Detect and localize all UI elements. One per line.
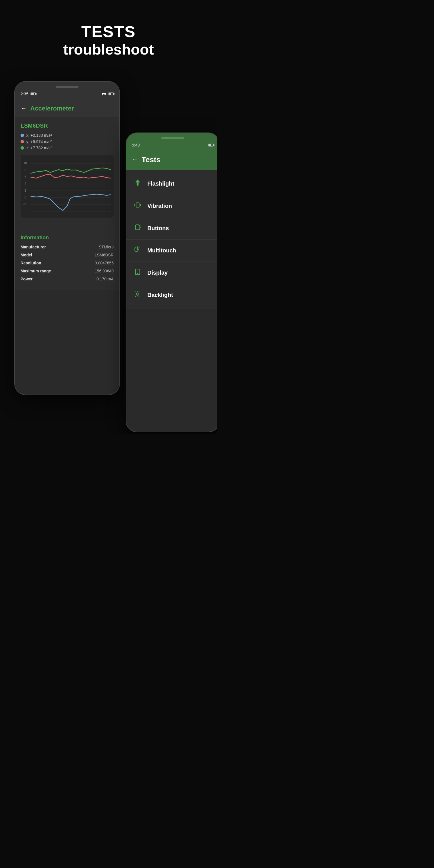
- info-row-value: STMicro: [99, 245, 114, 249]
- multitouch-icon: [133, 246, 142, 255]
- hero-section: TESTS troubleshoot: [0, 0, 217, 70]
- info-rows: Manufacturer STMicro Model LSM6DSR Resol…: [21, 245, 114, 281]
- y-value: y: +5.974 m/s²: [26, 140, 52, 144]
- test-label-vibration: Vibration: [147, 203, 172, 209]
- test-label-multitouch: Multitouch: [147, 247, 176, 254]
- info-row-value: LSM6DSR: [95, 253, 114, 257]
- time-right: 9:49: [132, 143, 140, 147]
- info-row-label: Maximum range: [21, 269, 51, 273]
- test-label-display: Display: [147, 270, 167, 276]
- flashlight-icon: [133, 179, 142, 188]
- svg-rect-18: [136, 203, 140, 207]
- battery-icon-right: [209, 144, 214, 147]
- test-item-display[interactable]: Display: [126, 262, 217, 284]
- svg-text:8: 8: [25, 168, 26, 172]
- hero-subtitle: troubleshoot: [0, 40, 217, 58]
- phone-left: 2:35 ▾▾ ← Accelerometer LSM6DSR x: +0.13…: [14, 81, 120, 395]
- test-label-buttons: Buttons: [147, 225, 169, 231]
- legend-z: z: +7.782 m/s²: [21, 146, 114, 150]
- tests-list: Flashlight Vibration Buttons Multitouch …: [126, 170, 217, 309]
- info-row: Maximum range 156.90640: [21, 269, 114, 273]
- svg-text:2: 2: [25, 189, 26, 192]
- backlight-icon: [133, 290, 142, 300]
- legend-x: x: +0.133 m/s²: [21, 133, 114, 137]
- sensor-legend: x: +0.133 m/s² y: +5.974 m/s² z: +7.782 …: [21, 133, 114, 150]
- display-icon: [133, 268, 142, 278]
- info-row-value: 0.0047856: [95, 261, 114, 265]
- tests-title: Tests: [142, 155, 160, 164]
- info-row-value: 0.170 mA: [96, 277, 114, 281]
- accel-title: Accelerometer: [30, 105, 74, 112]
- test-item-vibration[interactable]: Vibration: [126, 195, 217, 217]
- svg-rect-17: [137, 186, 138, 186]
- status-bar-left: 2:35 ▾▾: [15, 88, 119, 100]
- test-item-buttons[interactable]: Buttons: [126, 217, 217, 240]
- test-item-backlight[interactable]: Backlight: [126, 284, 217, 306]
- svg-rect-23: [135, 225, 140, 229]
- dot-z: [21, 146, 24, 150]
- phone-notch-left: [56, 86, 79, 88]
- test-label-backlight: Backlight: [147, 292, 173, 299]
- test-item-multitouch[interactable]: Multitouch: [126, 240, 217, 262]
- x-value: x: +0.133 m/s²: [26, 133, 52, 137]
- info-row-label: Model: [21, 253, 32, 257]
- svg-rect-16: [137, 182, 139, 186]
- status-bar-right: 9:49: [126, 140, 217, 151]
- info-row: Power 0.170 mA: [21, 277, 114, 281]
- test-label-flashlight: Flashlight: [147, 181, 174, 187]
- dot-y: [21, 140, 24, 143]
- info-row: Manufacturer STMicro: [21, 245, 114, 249]
- svg-point-28: [136, 293, 139, 296]
- svg-text:4: 4: [25, 182, 26, 185]
- phone-notch-right: [161, 137, 184, 140]
- svg-text:6: 6: [25, 175, 26, 179]
- info-row-label: Power: [21, 277, 33, 281]
- header-left: ← Accelerometer: [15, 100, 119, 117]
- info-row: Resolution 0.0047856: [21, 261, 114, 265]
- svg-text:-2: -2: [23, 203, 26, 206]
- battery-icon-left: [31, 93, 36, 95]
- info-row-value: 156.90640: [95, 269, 114, 273]
- info-title: Information: [21, 235, 114, 241]
- info-row-label: Resolution: [21, 261, 41, 265]
- accel-chart: 10 8 6 4 2 0 -2: [21, 155, 114, 218]
- svg-rect-15: [137, 180, 139, 181]
- chart-svg: 10 8 6 4 2 0 -2: [23, 158, 111, 215]
- phone-right: 9:49 ← Tests Flashlight Vibration Button…: [126, 132, 217, 432]
- hero-title: TESTS: [0, 23, 217, 40]
- header-right: ← Tests: [126, 151, 217, 170]
- info-row-label: Manufacturer: [21, 245, 46, 249]
- accel-content: LSM6DSR x: +0.133 m/s² y: +5.974 m/s² z:…: [15, 117, 119, 229]
- wifi-icon-left: ▾▾: [102, 91, 106, 97]
- info-section: Information Manufacturer STMicro Model L…: [15, 229, 119, 290]
- svg-point-27: [137, 273, 138, 274]
- buttons-icon: [133, 223, 142, 233]
- phones-area: 2:35 ▾▾ ← Accelerometer LSM6DSR x: +0.13…: [0, 75, 217, 418]
- dot-x: [21, 134, 24, 137]
- info-row: Model LSM6DSR: [21, 253, 114, 257]
- battery-icon-left2: [108, 93, 114, 95]
- time-left: 2:35: [21, 92, 28, 96]
- vibration-icon: [133, 201, 142, 211]
- sensor-name: LSM6DSR: [21, 123, 114, 129]
- svg-text:10: 10: [23, 161, 27, 165]
- legend-y: y: +5.974 m/s²: [21, 140, 114, 144]
- z-value: z: +7.782 m/s²: [26, 146, 52, 150]
- back-arrow-right[interactable]: ←: [132, 156, 138, 163]
- svg-text:0: 0: [25, 195, 26, 199]
- back-arrow-left[interactable]: ←: [21, 105, 27, 112]
- test-item-flashlight[interactable]: Flashlight: [126, 173, 217, 195]
